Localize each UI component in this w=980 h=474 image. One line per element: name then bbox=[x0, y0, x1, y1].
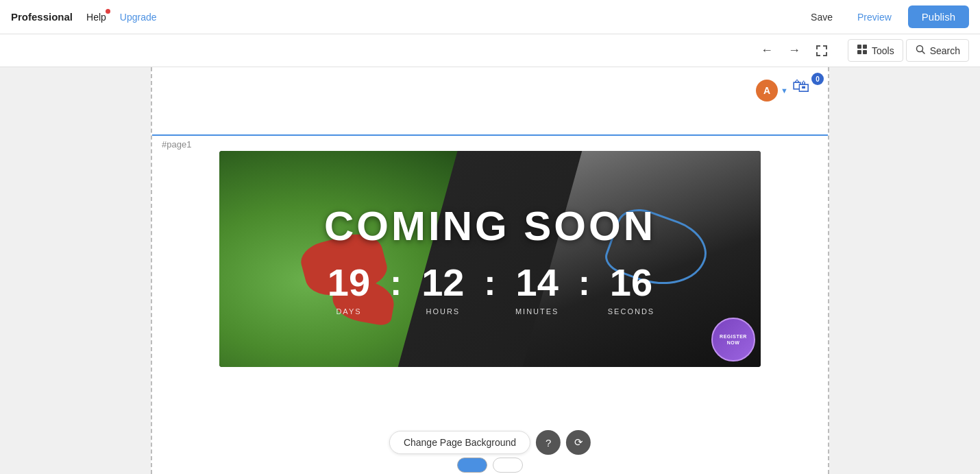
colon-3: : bbox=[572, 265, 597, 300]
countdown-timer: 19 DAYS : 12 HOURS : 14 MINUTES : bbox=[315, 263, 665, 316]
search-label: Search bbox=[930, 45, 960, 56]
page-next-button[interactable] bbox=[493, 458, 523, 473]
undo-button[interactable]: ← bbox=[755, 38, 779, 63]
search-toolbar-button[interactable]: Search bbox=[906, 39, 969, 62]
countdown-content: COMING SOON 19 DAYS : 12 HOURS : 14 MINU… bbox=[219, 151, 761, 367]
cart-icon: 🛍 bbox=[792, 75, 810, 96]
svg-rect-3 bbox=[826, 45, 827, 49]
svg-line-13 bbox=[922, 51, 924, 54]
left-margin bbox=[0, 67, 152, 474]
publish-button[interactable]: Publish bbox=[908, 5, 969, 28]
cycle-icon: ⟳ bbox=[574, 436, 583, 449]
upgrade-link[interactable]: Upgrade bbox=[120, 12, 157, 23]
change-bg-bar: Change Page Background ? ⟳ bbox=[389, 430, 591, 455]
bottom-page-controls bbox=[457, 458, 523, 473]
selection-line bbox=[152, 134, 828, 136]
layout-icon bbox=[857, 44, 868, 57]
seconds-unit: 16 SECONDS bbox=[597, 263, 665, 316]
hours-label: HOURS bbox=[426, 307, 460, 316]
help-icon-button[interactable]: ? bbox=[536, 430, 561, 455]
question-icon: ? bbox=[546, 437, 551, 449]
colon-2: : bbox=[477, 265, 502, 300]
tools-label: Tools bbox=[872, 45, 894, 56]
change-bg-button[interactable]: Change Page Background bbox=[389, 431, 530, 454]
days-value: 19 bbox=[328, 263, 370, 302]
page-header-area: 🛍 0 A ▼ bbox=[152, 67, 828, 134]
minutes-label: MINUTES bbox=[515, 307, 559, 316]
preview-button[interactable]: Preview bbox=[849, 8, 900, 27]
avatar[interactable]: A bbox=[756, 80, 778, 102]
page-canvas: 🛍 0 A ▼ #page1 bbox=[151, 67, 829, 474]
page-anchor-label: #page1 bbox=[162, 139, 191, 150]
days-unit: 19 DAYS bbox=[315, 263, 383, 316]
redo-button[interactable]: → bbox=[782, 38, 807, 63]
hours-unit: 12 HOURS bbox=[408, 263, 477, 316]
tools-button[interactable]: Tools bbox=[848, 39, 903, 62]
search-icon bbox=[915, 44, 926, 57]
svg-rect-10 bbox=[857, 50, 861, 54]
colon-1: : bbox=[383, 265, 408, 300]
brand-label: Professional bbox=[11, 11, 73, 23]
countdown-widget[interactable]: COMING SOON 19 DAYS : 12 HOURS : 14 MINU… bbox=[219, 151, 761, 367]
hours-value: 12 bbox=[421, 263, 464, 302]
nav-right: Save Preview Publish bbox=[803, 5, 969, 28]
page-prev-button[interactable] bbox=[457, 458, 487, 473]
svg-rect-5 bbox=[816, 52, 818, 56]
minutes-value: 14 bbox=[516, 263, 559, 302]
nav-left: Professional Help Upgrade bbox=[11, 11, 157, 23]
seconds-value: 16 bbox=[610, 263, 652, 302]
avatar-dropdown-icon: ▼ bbox=[781, 86, 788, 95]
cart-widget[interactable]: 🛍 0 bbox=[792, 75, 821, 104]
cart-badge: 0 bbox=[811, 73, 824, 85]
save-button[interactable]: Save bbox=[803, 8, 841, 27]
days-label: DAYS bbox=[336, 307, 361, 316]
coming-soon-title: COMING SOON bbox=[324, 202, 656, 250]
svg-rect-7 bbox=[826, 52, 827, 56]
canvas-area: 🛍 0 A ▼ #page1 bbox=[0, 67, 980, 474]
register-badge: REGISTER NOW bbox=[711, 318, 755, 362]
seconds-label: SECONDS bbox=[608, 307, 654, 316]
help-notification-dot bbox=[106, 9, 110, 14]
svg-rect-11 bbox=[863, 50, 867, 54]
svg-rect-8 bbox=[857, 45, 861, 49]
right-margin bbox=[828, 67, 980, 474]
help-button[interactable]: Help bbox=[86, 12, 106, 23]
svg-rect-9 bbox=[863, 45, 867, 49]
refresh-icon-button[interactable]: ⟳ bbox=[566, 430, 591, 455]
toolbar: ← → Tools Search bbox=[0, 34, 980, 67]
fit-view-button[interactable] bbox=[809, 38, 834, 63]
minutes-unit: 14 MINUTES bbox=[503, 263, 572, 316]
avatar-area: A ▼ bbox=[756, 80, 788, 102]
svg-rect-1 bbox=[816, 45, 818, 49]
top-nav: Professional Help Upgrade Save Preview P… bbox=[0, 0, 980, 34]
